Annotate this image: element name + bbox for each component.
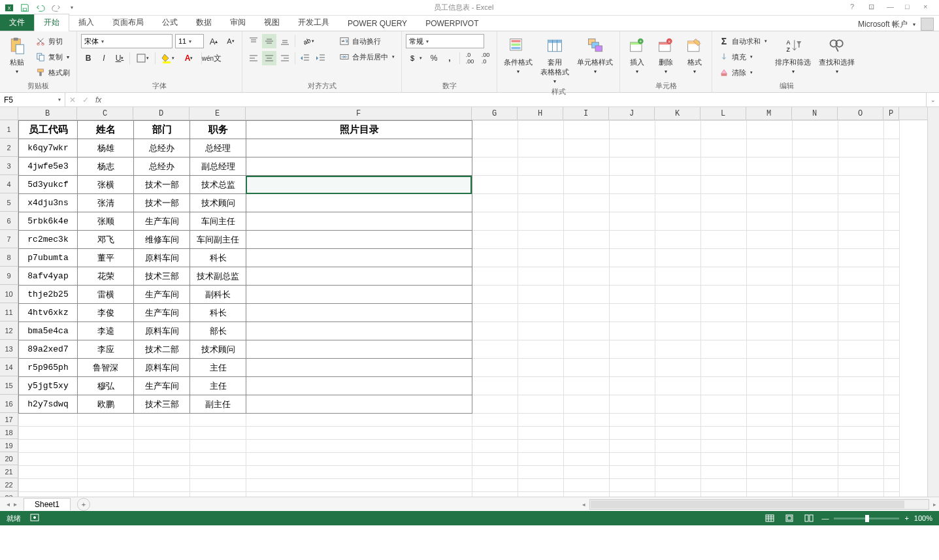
cell-O8[interactable] bbox=[838, 249, 884, 267]
cell-O17[interactable] bbox=[838, 414, 884, 427]
cell-N14[interactable] bbox=[793, 359, 838, 377]
cell-B7[interactable]: rc2mec3k bbox=[19, 231, 78, 249]
cell-N6[interactable] bbox=[793, 212, 838, 231]
cell-H20[interactable] bbox=[518, 453, 564, 466]
cell-G14[interactable] bbox=[472, 359, 518, 377]
cell-J17[interactable] bbox=[610, 414, 655, 427]
cell-E16[interactable]: 副主任 bbox=[190, 395, 246, 414]
cell-G6[interactable] bbox=[472, 212, 518, 231]
sheet-tab-1[interactable]: Sheet1 bbox=[24, 498, 71, 510]
cell-B15[interactable]: y5jgt5xy bbox=[19, 377, 78, 395]
find-select-button[interactable]: 查找和选择▾ bbox=[816, 34, 857, 76]
cell-I22[interactable] bbox=[564, 479, 610, 492]
row-header-14[interactable]: 14 bbox=[0, 358, 18, 376]
cell-G12[interactable] bbox=[472, 322, 518, 340]
cell-E11[interactable]: 科长 bbox=[190, 304, 246, 322]
format-as-table-button[interactable]: 套用 表格格式▾ bbox=[538, 34, 572, 86]
cell-M1[interactable] bbox=[747, 121, 793, 139]
cell-C19[interactable] bbox=[78, 440, 134, 453]
cell-B4[interactable]: 5d3yukcf bbox=[19, 176, 78, 194]
user-avatar-icon[interactable] bbox=[921, 18, 934, 31]
cell-J16[interactable] bbox=[610, 395, 655, 414]
cell-P4[interactable] bbox=[884, 176, 900, 194]
row-header-21[interactable]: 21 bbox=[0, 465, 18, 478]
cell-E12[interactable]: 部长 bbox=[190, 322, 246, 340]
cell-N7[interactable] bbox=[793, 231, 838, 249]
cell-B12[interactable]: bma5e4ca bbox=[19, 322, 78, 340]
cell-J7[interactable] bbox=[610, 231, 655, 249]
cell-M20[interactable] bbox=[747, 453, 793, 466]
cell-M2[interactable] bbox=[747, 139, 793, 157]
cell-G18[interactable] bbox=[472, 427, 518, 440]
cell-K16[interactable] bbox=[655, 395, 701, 414]
font-name-combo[interactable]: 宋体▾ bbox=[81, 34, 173, 48]
cell-N11[interactable] bbox=[793, 304, 838, 322]
col-header-O[interactable]: O bbox=[838, 107, 883, 120]
cell-J10[interactable] bbox=[610, 286, 655, 304]
col-header-B[interactable]: B bbox=[18, 107, 77, 120]
cell-K6[interactable] bbox=[655, 212, 701, 231]
cell-B6[interactable]: 5rbk6k4e bbox=[19, 212, 78, 231]
vertical-scrollbar[interactable] bbox=[927, 107, 939, 497]
percent-format-icon[interactable]: % bbox=[427, 51, 441, 65]
cell-F2[interactable] bbox=[246, 139, 472, 157]
horizontal-scrollbar[interactable] bbox=[589, 499, 929, 510]
cell-J5[interactable] bbox=[610, 194, 655, 212]
col-header-K[interactable]: K bbox=[655, 107, 700, 120]
cell-L12[interactable] bbox=[701, 322, 747, 340]
cell-D23[interactable] bbox=[134, 492, 190, 497]
col-header-P[interactable]: P bbox=[883, 107, 899, 120]
cell-O4[interactable] bbox=[838, 176, 884, 194]
increase-decimal-icon[interactable]: .0.00 bbox=[463, 51, 477, 65]
cell-J8[interactable] bbox=[610, 249, 655, 267]
cell-G2[interactable] bbox=[472, 139, 518, 157]
cell-I15[interactable] bbox=[564, 377, 610, 395]
cell-K4[interactable] bbox=[655, 176, 701, 194]
cell-J1[interactable] bbox=[610, 121, 655, 139]
wrap-text-button[interactable]: ab自动换行 bbox=[337, 34, 397, 48]
tab-developer[interactable]: 开发工具 bbox=[289, 14, 338, 31]
cell-E9[interactable]: 技术副总监 bbox=[190, 267, 246, 286]
row-header-3[interactable]: 3 bbox=[0, 157, 18, 175]
redo-icon[interactable] bbox=[51, 3, 61, 13]
cell-I11[interactable] bbox=[564, 304, 610, 322]
cell-F13[interactable] bbox=[246, 340, 472, 359]
cell-L23[interactable] bbox=[701, 492, 747, 497]
add-sheet-icon[interactable]: + bbox=[77, 498, 90, 511]
cell-G23[interactable] bbox=[472, 492, 518, 497]
cell-D19[interactable] bbox=[134, 440, 190, 453]
cell-N18[interactable] bbox=[793, 427, 838, 440]
cell-F14[interactable] bbox=[246, 359, 472, 377]
merge-center-button[interactable]: 合并后居中▾ bbox=[337, 50, 397, 64]
cell-I2[interactable] bbox=[564, 139, 610, 157]
cell-P16[interactable] bbox=[884, 395, 900, 414]
cell-I3[interactable] bbox=[564, 157, 610, 176]
cell-E19[interactable] bbox=[190, 440, 246, 453]
font-size-combo[interactable]: 11▾ bbox=[175, 34, 204, 48]
cell-M4[interactable] bbox=[747, 176, 793, 194]
cell-G15[interactable] bbox=[472, 377, 518, 395]
cell-C15[interactable]: 穆弘 bbox=[78, 377, 134, 395]
tab-home[interactable]: 开始 bbox=[34, 14, 69, 31]
cell-J23[interactable] bbox=[610, 492, 655, 497]
cell-C16[interactable]: 欧鹏 bbox=[78, 395, 134, 414]
cell-C18[interactable] bbox=[78, 427, 134, 440]
row-header-19[interactable]: 19 bbox=[0, 439, 18, 452]
cell-P5[interactable] bbox=[884, 194, 900, 212]
cell-F4[interactable] bbox=[246, 176, 472, 194]
cell-G19[interactable] bbox=[472, 440, 518, 453]
normal-view-icon[interactable] bbox=[763, 513, 777, 523]
cell-D8[interactable]: 原料车间 bbox=[134, 249, 190, 267]
border-icon[interactable]: ▾ bbox=[133, 51, 152, 65]
cell-styles-button[interactable]: 单元格样式▾ bbox=[574, 34, 616, 76]
cell-L9[interactable] bbox=[701, 267, 747, 286]
cell-D10[interactable]: 生产车间 bbox=[134, 286, 190, 304]
cell-I13[interactable] bbox=[564, 340, 610, 359]
cell-C4[interactable]: 张横 bbox=[78, 176, 134, 194]
cell-O5[interactable] bbox=[838, 194, 884, 212]
cell-B9[interactable]: 8afv4yap bbox=[19, 267, 78, 286]
cell-I18[interactable] bbox=[564, 427, 610, 440]
cell-C21[interactable] bbox=[78, 466, 134, 479]
tab-data[interactable]: 数据 bbox=[187, 14, 221, 31]
cell-E2[interactable]: 总经理 bbox=[190, 139, 246, 157]
